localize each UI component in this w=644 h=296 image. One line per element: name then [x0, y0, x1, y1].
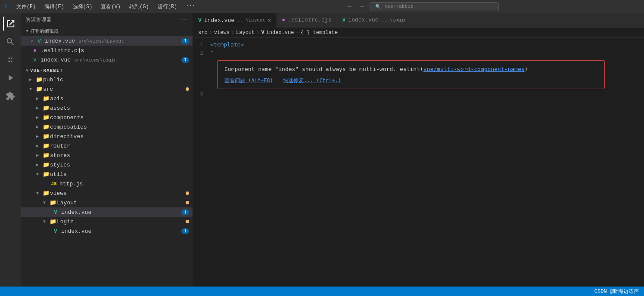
folder-composables-label: composables	[50, 124, 193, 130]
tab-eslint[interactable]: ● .eslintrc.cjs	[277, 13, 337, 28]
sidebar-header: 资源管理器 ···	[21, 13, 193, 26]
line-content-2: ^	[210, 50, 644, 56]
app-logo: ⚡	[3, 2, 8, 11]
tree-item-components[interactable]: ▶ 📁 components	[21, 113, 193, 122]
status-csdn: CSDN @听海边涛声	[594, 288, 639, 295]
folder-src-label: src	[43, 86, 186, 92]
code-line-1: 1 <template>	[193, 41, 644, 50]
tab-label-3: index.vue	[348, 17, 378, 23]
open-editor-login-index[interactable]: V index.vue src\views\Login 1	[21, 55, 193, 65]
tab-eslint-icon: ●	[282, 17, 285, 23]
menu-view[interactable]: 查看(V)	[97, 2, 124, 11]
breadcrumb-file: index.vue	[266, 30, 294, 36]
nav-forward-button[interactable]: →	[358, 2, 366, 11]
tree-item-router[interactable]: ▶ 📁 router	[21, 141, 193, 151]
activity-explorer[interactable]	[3, 16, 18, 31]
expand-arrow: ▶	[29, 77, 35, 82]
tab-login-index[interactable]: V index.vue ...\Login	[337, 13, 412, 28]
folder-icon-public: 📁	[35, 76, 43, 83]
breadcrumb: src › views › Layout › V index.vue › { }…	[193, 28, 644, 38]
activity-run[interactable]	[3, 71, 18, 85]
tree-item-http[interactable]: JS http.js	[21, 179, 193, 188]
expand-arrow-assets: ▶	[36, 105, 42, 111]
search-bar[interactable]: 🔍 vue-rabbit	[370, 2, 499, 11]
activity-bar	[0, 13, 21, 287]
tree-item-src[interactable]: ▼ 📁 src	[21, 84, 193, 94]
project-section[interactable]: ▼ VUE-RABBIT	[21, 66, 193, 75]
tree-item-directives[interactable]: ▶ 📁 directives	[21, 132, 193, 141]
tree-item-layout[interactable]: ▼ 📁 Layout	[21, 198, 193, 207]
tab-vue-icon-1: V	[198, 17, 202, 24]
folder-styles-label: styles	[50, 162, 193, 168]
tree-item-login-index[interactable]: V index.vue 1	[21, 226, 193, 236]
project-name: VUE-RABBIT	[30, 68, 63, 73]
folder-components-label: components	[50, 114, 193, 121]
error-link[interactable]: vue/multi-word-component-names	[423, 66, 525, 72]
tree-item-layout-index[interactable]: V index.vue 1	[21, 207, 193, 217]
line-num-2: 2	[193, 50, 210, 56]
sep1: ›	[209, 30, 212, 36]
menu-edit[interactable]: 编辑(E)	[41, 2, 68, 11]
tree-item-styles[interactable]: ▶ 📁 styles	[21, 160, 193, 170]
src-dot	[186, 87, 189, 91]
open-editor-layout-index[interactable]: ✕ V index.vue src\views\Layout 1	[21, 36, 193, 46]
error-text-2: )	[525, 66, 528, 72]
menu-file[interactable]: 文件(F)	[13, 2, 40, 11]
open-editor-name: index.vue src\views\Layout	[45, 38, 181, 44]
activity-source-control[interactable]	[3, 52, 18, 67]
expand-arrow-apis: ▶	[36, 96, 42, 101]
tab-label-1: index.vue	[204, 17, 234, 24]
open-editors-section[interactable]: ▼ 打开的编辑器	[21, 26, 193, 36]
tab-path-3: ...\Login	[381, 18, 407, 23]
breadcrumb-src: src	[198, 30, 208, 36]
eslint-file-icon: ●	[31, 47, 39, 54]
nav-back-button[interactable]: ←	[345, 2, 354, 11]
error-tooltip: Component name "index" should always be …	[217, 60, 605, 89]
expand-arrow-layout: ▼	[43, 200, 49, 205]
open-editor-login-name: index.vue src\views\Login	[40, 57, 181, 63]
folder-layout-label: Layout	[57, 200, 186, 206]
folder-utils-label: utils	[50, 171, 193, 178]
tree-item-login[interactable]: ▼ 📁 Login	[21, 217, 193, 226]
tab-close-1[interactable]: ✕	[268, 17, 271, 24]
close-icon[interactable]: ✕	[31, 38, 34, 43]
breadcrumb-template: { } template	[301, 30, 338, 36]
breadcrumb-layout: Layout	[236, 30, 255, 36]
tree-item-utils[interactable]: ▼ 📁 utils	[21, 170, 193, 179]
folder-apis-label: apis	[50, 96, 193, 102]
tree-item-assets[interactable]: ▶ 📁 assets	[21, 103, 193, 113]
error-action-fix[interactable]: 快速修复... (Ctrl+.)	[283, 77, 341, 83]
menu-select[interactable]: 选择(S)	[69, 2, 96, 11]
error-action-view[interactable]: 查看问题 (Alt+F8)	[224, 77, 273, 83]
titlebar-center: ← → 🔍 vue-rabbit	[204, 2, 641, 11]
expand-arrow-styles: ▶	[36, 162, 42, 167]
tree-item-views[interactable]: ▼ 📁 views	[21, 188, 193, 198]
tree-item-public[interactable]: ▶ 📁 public	[21, 75, 193, 84]
tree-item-composables[interactable]: ▶ 📁 composables	[21, 122, 193, 132]
layout-dot	[186, 201, 189, 204]
menu-run[interactable]: 运行(R)	[154, 2, 181, 11]
file-http-label: http.js	[59, 181, 193, 187]
menu-goto[interactable]: 转到(G)	[126, 2, 152, 11]
login-dot	[186, 220, 189, 223]
main-layout: 资源管理器 ··· ▼ 打开的编辑器 ✕ V index.vue src\vie…	[0, 13, 644, 287]
project-arrow: ▼	[26, 68, 28, 73]
tree-item-apis[interactable]: ▶ 📁 apis	[21, 94, 193, 103]
folder-icon-styles: 📁	[42, 161, 50, 168]
folder-public-label: public	[43, 77, 193, 83]
activity-search[interactable]	[3, 34, 18, 49]
activity-extensions[interactable]	[3, 89, 18, 103]
badge: 1	[181, 38, 189, 44]
folder-views-label: views	[50, 190, 186, 197]
sidebar-more-button[interactable]: ···	[177, 17, 187, 22]
expand-arrow-login: ▼	[43, 219, 49, 224]
vue-file-icon-2: V	[31, 57, 39, 63]
tree-item-stores[interactable]: ▶ 📁 stores	[21, 151, 193, 160]
editor-content[interactable]: 1 <template> 2 ^ Component name "index" …	[193, 38, 644, 287]
editor-area: V index.vue ...\Layout ✕ ● .eslintrc.cjs…	[193, 13, 644, 287]
open-editor-eslint[interactable]: ● .eslintrc.cjs	[21, 46, 193, 55]
tab-layout-index[interactable]: V index.vue ...\Layout ✕	[193, 13, 277, 28]
search-icon: 🔍	[375, 4, 381, 9]
menu-more[interactable]: ···	[182, 2, 199, 11]
sidebar: 资源管理器 ··· ▼ 打开的编辑器 ✕ V index.vue src\vie…	[21, 13, 193, 287]
